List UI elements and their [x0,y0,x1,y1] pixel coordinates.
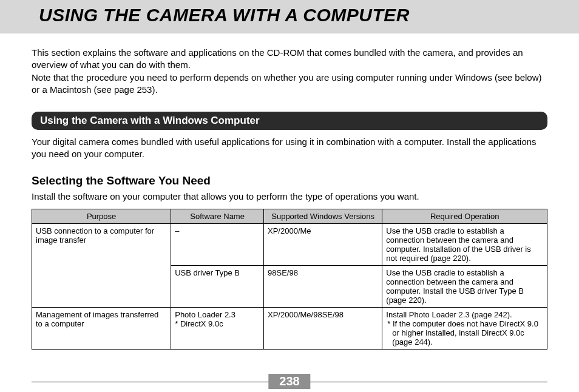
page-number: 238 [268,374,310,389]
section-body-text: Your digital camera comes bundled with u… [32,136,547,161]
cell-operation: Use the USB cradle to establish a connec… [382,223,547,265]
software-line: Photo Loader 2.3 [175,310,235,319]
cell-operation: Install Photo Loader 2.3 (page 242). * I… [382,307,547,349]
footer-rule-left [32,382,274,382]
page-title-band: USING THE CAMERA WITH A COMPUTER [0,0,579,33]
page-footer: 238 [32,374,547,391]
manual-page: USING THE CAMERA WITH A COMPUTER This se… [0,0,579,392]
operation-line: Install Photo Loader 2.3 (page 242). [386,310,512,319]
cell-versions: 98SE/98 [264,265,382,307]
cell-software: Photo Loader 2.3 * DirectX 9.0c [171,307,264,349]
cell-purpose: USB connection to a computer for image t… [32,223,171,307]
table-row: USB connection to a computer for image t… [32,223,547,265]
intro-block: This section explains the software and a… [32,47,547,96]
th-software: Software Name [171,209,264,223]
cell-software: USB driver Type B [171,265,264,307]
intro-paragraph-2: Note that the procedure you need to perf… [32,72,547,96]
section-heading-bar: Using the Camera with a Windows Computer [32,112,547,130]
sub-heading: Selecting the Software You Need [32,174,547,188]
operation-note: * If the computer does not have DirectX … [386,319,543,346]
footer-rule-right [305,382,548,382]
sub-lead-text: Install the software on your computer th… [32,191,547,201]
th-purpose: Purpose [32,209,171,223]
th-operation: Required Operation [382,209,547,223]
cell-versions: XP/2000/Me/98SE/98 [264,307,382,349]
cell-purpose: Management of images transferred to a co… [32,307,171,349]
software-table: Purpose Software Name Supported Windows … [32,209,547,350]
intro-paragraph-1: This section explains the software and a… [32,47,547,72]
page-title: USING THE CAMERA WITH A COMPUTER [32,1,547,29]
cell-versions: XP/2000/Me [264,223,382,265]
table-row: Management of images transferred to a co… [32,307,547,349]
th-versions: Supported Windows Versions [264,209,382,223]
cell-software: – [171,223,264,265]
software-line: * DirectX 9.0c [175,319,223,328]
table-header-row: Purpose Software Name Supported Windows … [32,209,547,223]
cell-operation: Use the USB cradle to establish a connec… [382,265,547,307]
